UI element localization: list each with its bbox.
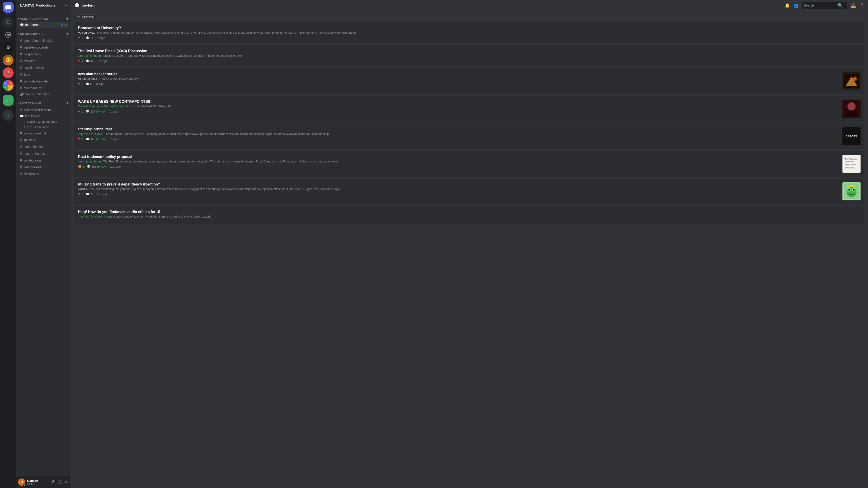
members-list-icon[interactable]: 👥: [794, 3, 798, 8]
mute-microphone-button[interactable]: 🎤: [49, 479, 56, 485]
hash-icon: #: [20, 59, 22, 63]
category-no-boilerplate[interactable]: ▾ NO BOILERPLATE +: [16, 28, 70, 37]
post-author: Abras (she/her): [78, 77, 98, 80]
post-title: new alan becker series: [78, 72, 840, 76]
server-icon-discord[interactable]: [3, 2, 13, 13]
channel-item-amateur-radio[interactable]: # amateur-radio: [18, 164, 69, 170]
channel-item-mature-themes-lt[interactable]: # mature-themes-lt: [18, 150, 69, 157]
channel-item-obsidian[interactable]: # obsidian: [18, 58, 69, 64]
help-icon[interactable]: ❓: [860, 3, 864, 8]
post-title: Bootcamp or University?: [78, 26, 861, 30]
thread-item-season-12[interactable]: │ Season 12 Megathread: [22, 119, 69, 124]
channel-item-newbie-advice[interactable]: # newbie-advice: [18, 64, 69, 71]
user-settings-button[interactable]: ⚙: [64, 479, 69, 485]
channel-name: general-no-boilerplate: [24, 39, 67, 42]
server-icon-rocket[interactable]: 🚀: [3, 67, 13, 78]
channel-item-some-boilerplate[interactable]: 🔊 Some(Boilerplate): [18, 92, 69, 97]
channel-item-general-lost-terminal[interactable]: # general-lost-terminal: [18, 107, 69, 113]
channel-item-electronics[interactable]: # electronics: [18, 170, 69, 177]
channel-name: newbie-advice: [24, 66, 67, 70]
forum-post-starship[interactable]: Starship orbital test impl Wah for Calio…: [74, 123, 864, 149]
post-text: https://youtu.be/dzJvuswZ5ys: [101, 77, 139, 80]
channel-name: electronics: [24, 172, 67, 176]
post-colon: :: [89, 187, 91, 191]
search-icon: 🔍: [837, 3, 843, 8]
channel-item-collaborators[interactable]: # collaborators: [18, 157, 69, 164]
forum-post-contrapoints[interactable]: WAKE UP BABES NEW CONTRAPOINTS!!! Daniel…: [74, 96, 864, 122]
hash-icon: #: [20, 86, 22, 90]
channel-item-vip-no-boilerplate[interactable]: # vip-no-boilerplate: [18, 78, 69, 85]
comments-count: 💬 26: [86, 193, 93, 196]
hash-icon: #: [20, 138, 22, 142]
thread-name: Season 12 Megathread: [27, 120, 57, 123]
channel-name: mentoring-nb: [24, 86, 67, 90]
channel-item-lt-episodes[interactable]: 💬 lt-episodes: [18, 113, 69, 119]
channel-item-programming[interactable]: # programming: [18, 51, 69, 57]
forum-post-alan-becker[interactable]: new alan becker series Abras (she/her) :…: [74, 68, 864, 94]
server-icon-oarc[interactable]: OARC: [3, 29, 13, 40]
server-icon-orange-face[interactable]: 😊: [3, 55, 13, 66]
category-chevron: ▾: [18, 18, 20, 20]
add-channel-button[interactable]: +: [66, 16, 69, 21]
post-text: so i was watching this youtube clip of p…: [91, 187, 342, 191]
new-comments-badge: (9 New): [97, 165, 107, 168]
notification-bell-icon[interactable]: 🔔: [785, 3, 790, 8]
post-thumbnail-alan-becker: [842, 72, 861, 90]
server-icon-dark[interactable]: D: [3, 42, 13, 53]
post-preview: ARSON : so i was watching this youtube c…: [78, 187, 840, 191]
forum-post-owl-house[interactable]: The Owl House Finale (s3e3) Discussion l…: [74, 45, 864, 66]
channel-item-general-no-boilerplate[interactable]: # general-no-boilerplate: [18, 37, 69, 44]
filter-badge[interactable]: No Boilerplate: [74, 14, 96, 20]
channel-item-the-forum[interactable]: 💬 the-forum 👤 ⚙: [18, 22, 69, 28]
channel-name: latest-episode-nb: [24, 46, 67, 49]
forum-post-utilizing-traits[interactable]: utilizing traits to prevent dependency i…: [74, 178, 864, 204]
svg-text:The Rust Foundation: The Rust Foundation: [845, 164, 856, 165]
category-general-channels[interactable]: ▾ GENERAL CHANNELS +: [16, 13, 70, 22]
post-title: utilizing traits to prevent dependency i…: [78, 182, 840, 186]
add-channel-nb-button[interactable]: +: [66, 31, 69, 36]
post-time: 3d ago: [109, 110, 118, 113]
settings-icon[interactable]: ⚙: [64, 23, 67, 26]
add-channel-lt-button[interactable]: +: [66, 101, 69, 105]
channel-item-vip-lost-terminal[interactable]: # vip-lost-terminal: [18, 130, 69, 136]
add-server-button[interactable]: +: [3, 110, 13, 121]
forum-post-bootcamp-university[interactable]: Bootcamp or University? Voicedrew11 : He…: [74, 22, 864, 43]
post-title: The Owl House Finale (s3e3) Discussion: [78, 49, 861, 53]
server-divider-2: [4, 93, 12, 93]
post-author: ARSON: [78, 187, 88, 191]
comments-number: 297: [90, 110, 95, 113]
category-lost-terminal[interactable]: ▾ LOST TERMINAL +: [16, 97, 70, 106]
post-content: Starship orbital test impl Wah for Calio…: [78, 127, 840, 145]
top-bar-actions: 🔔 👥 🔍 📥 ❓: [785, 2, 864, 9]
channel-item-latest-episode-nb[interactable]: # latest-episode-nb: [18, 44, 69, 51]
post-text: The Rust Foundation has released a surve…: [103, 160, 340, 163]
heart-icon: ❤: [78, 193, 81, 196]
hash-icon: #: [20, 38, 22, 43]
comments-count: 💬 343: [86, 59, 95, 63]
server-icon-green-hex[interactable]: ⬡: [3, 17, 13, 28]
server-icon-namtao[interactable]: NT: [3, 95, 13, 106]
channel-item-linux[interactable]: # linux: [18, 71, 69, 78]
forum-post-audio-effects[interactable]: Halp! How do you find/make audio effects…: [74, 206, 864, 224]
channel-item-specials[interactable]: # specials: [18, 137, 69, 143]
inbox-icon[interactable]: 📥: [851, 3, 856, 8]
hearts-number: 6: [83, 165, 84, 168]
forum-area: No Boilerplate Bootcamp or University? V…: [70, 11, 868, 488]
server-header[interactable]: NAMTAO Productions ▾: [16, 0, 70, 11]
forum-post-rust-trademark[interactable]: Rust trademark policy proposal laund (th…: [74, 151, 864, 177]
hash-icon: #: [20, 151, 22, 156]
channel-item-mentoring-nb[interactable]: # mentoring-nb: [18, 85, 69, 91]
people-icon[interactable]: 👤: [60, 23, 64, 26]
post-meta: ❤ 3 💬 340 (2 New) 7d ago: [78, 137, 840, 141]
server-icon-avatar-group[interactable]: M A S T: [3, 80, 13, 91]
post-time: 11d ago: [96, 193, 107, 196]
post-colon: :: [124, 105, 125, 108]
thread-item-12-1-iam-home[interactable]: └ 12.1 - I am home: [22, 125, 69, 130]
deafen-button[interactable]: 🎧: [57, 479, 63, 485]
hearts-number: 1: [81, 36, 83, 39]
thread-name-2: 12.1 - I am home: [27, 125, 49, 129]
channel-item-mental-health[interactable]: # mental-health: [18, 143, 69, 150]
hash-icon: #: [20, 72, 22, 77]
search-input[interactable]: [804, 4, 835, 7]
main-content: 💬 the-forum 🔔 👥 🔍 📥 ❓ No Boilerplate Boo…: [70, 0, 868, 488]
